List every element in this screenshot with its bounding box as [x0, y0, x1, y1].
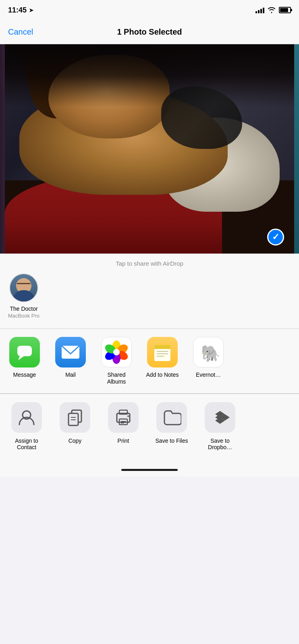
photo-side-left — [0, 44, 5, 254]
photos-icon — [101, 337, 132, 367]
signal-icon — [255, 7, 264, 13]
action-item-assign-contact[interactable]: Assign to Contact — [6, 402, 47, 451]
action-items: Assign to Contact Copy — [6, 402, 240, 451]
evernote-label: Evernot… — [196, 372, 221, 378]
share-item-add-to-notes[interactable]: Add to Notes — [144, 337, 181, 378]
message-icon — [9, 337, 40, 367]
svg-rect-0 — [17, 346, 32, 356]
mail-label: Mail — [65, 372, 76, 378]
nav-header: Cancel 1 Photo Selected — [0, 20, 299, 44]
share-item-shared-albums[interactable]: Shared Albums — [98, 337, 135, 385]
assign-contact-label: Assign to Contact — [6, 438, 47, 451]
add-to-notes-label: Add to Notes — [146, 372, 179, 378]
save-dropbox-label: Save to Dropbo… — [200, 438, 240, 451]
photo-strip: ✓ — [0, 44, 299, 254]
svg-point-27 — [127, 415, 129, 417]
assign-contact-icon — [11, 402, 42, 433]
battery-icon — [279, 7, 291, 13]
main-photo[interactable]: ✓ — [5, 44, 294, 254]
home-bar — [121, 469, 178, 471]
status-time: 11:45 ➤ — [8, 6, 33, 14]
selection-checkmark: ✓ — [267, 229, 284, 246]
airdrop-section: Tap to share with AirDrop The Doctor Mac… — [0, 254, 299, 329]
share-row: Message Mail — [0, 329, 299, 394]
print-label: Print — [118, 438, 129, 444]
device-avatar — [9, 273, 38, 302]
svg-marker-1 — [18, 356, 24, 360]
status-bar: 11:45 ➤ — [0, 0, 299, 20]
time-display: 11:45 — [8, 6, 27, 14]
action-item-save-dropbox[interactable]: Save to Dropbo… — [200, 402, 240, 451]
airdrop-devices: The Doctor MacBook Pro — [8, 273, 291, 322]
share-item-evernote[interactable]: 🐘 Evernot… — [190, 337, 226, 378]
device-name: The Doctor — [10, 305, 37, 312]
cancel-button[interactable]: Cancel — [8, 27, 33, 37]
svg-rect-15 — [154, 347, 170, 349]
save-files-icon — [156, 402, 187, 433]
status-icons — [255, 7, 291, 13]
svg-point-9 — [113, 349, 120, 355]
notes-icon — [147, 337, 178, 367]
home-indicator — [0, 463, 299, 477]
location-arrow-icon: ➤ — [29, 7, 33, 13]
share-item-message[interactable]: Message — [6, 337, 43, 378]
wifi-icon — [268, 7, 276, 13]
dropbox-icon — [205, 402, 235, 433]
copy-icon — [60, 402, 90, 433]
print-icon — [108, 402, 139, 433]
share-item-mail[interactable]: Mail — [52, 337, 89, 378]
copy-label: Copy — [69, 438, 82, 444]
action-row: Assign to Contact Copy — [0, 394, 299, 463]
action-item-print[interactable]: Print — [103, 402, 143, 444]
message-label: Message — [13, 372, 36, 378]
mail-icon — [55, 337, 86, 367]
device-type: MacBook Pro — [8, 313, 39, 319]
share-items: Message Mail — [6, 337, 226, 385]
action-item-save-files[interactable]: Save to Files — [152, 402, 192, 444]
save-files-label: Save to Files — [156, 438, 188, 444]
action-item-copy[interactable]: Copy — [55, 402, 95, 444]
photo-side-right — [294, 44, 299, 254]
svg-rect-10 — [154, 348, 170, 361]
svg-text:🐘: 🐘 — [201, 344, 219, 363]
airdrop-label: Tap to share with AirDrop — [8, 260, 291, 267]
page-title: 1 Photo Selected — [117, 27, 182, 37]
evernote-icon: 🐘 — [193, 337, 224, 367]
airdrop-device[interactable]: The Doctor MacBook Pro — [8, 273, 39, 319]
shared-albums-label: Shared Albums — [98, 372, 135, 385]
